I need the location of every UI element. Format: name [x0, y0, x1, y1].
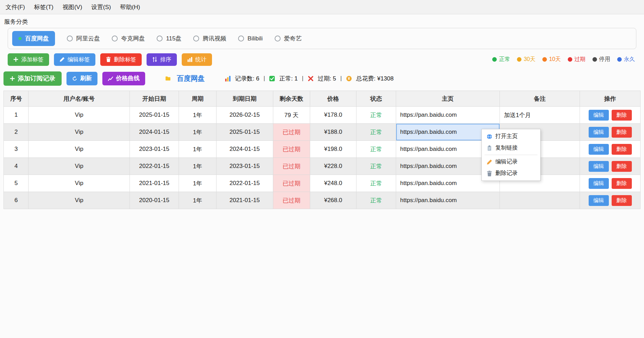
cell-no[interactable]: 2 — [4, 124, 29, 141]
tag-button-label: 统计 — [195, 56, 206, 63]
tag-button[interactable]: 排序 — [147, 53, 177, 66]
cell-status[interactable]: 正常 — [356, 192, 396, 209]
category-tab[interactable]: 115盘 — [157, 34, 181, 43]
context-menu-item[interactable]: 复制链接 — [482, 142, 540, 154]
cell-end-date[interactable]: 2021-01-15 — [216, 192, 273, 209]
menubar-item[interactable]: 帮助(H) — [120, 3, 140, 11]
legend-dot-icon — [568, 57, 572, 62]
status-legend: 正常30天10天过期停用永久 — [492, 56, 635, 63]
tag-button[interactable]: 统计 — [182, 53, 212, 66]
category-tab[interactable]: 阿里云盘 — [67, 34, 100, 43]
delete-button[interactable]: 删除 — [612, 127, 632, 138]
delete-button[interactable]: 删除 — [612, 161, 632, 172]
menubar-item[interactable]: 文件(F) — [6, 3, 25, 11]
cell-end-date[interactable]: 2022-01-15 — [216, 175, 273, 192]
cell-price[interactable]: ¥178.0 — [310, 107, 356, 124]
edit-button[interactable]: 编辑 — [589, 144, 609, 155]
cell-user[interactable]: Vip — [29, 175, 130, 192]
cell-homepage[interactable]: https://pan.baidu.com — [396, 192, 500, 209]
cell-price[interactable]: ¥228.0 — [310, 158, 356, 175]
cell-end-date[interactable]: 2025-01-15 — [216, 124, 273, 141]
cell-price[interactable]: ¥248.0 — [310, 175, 356, 192]
cell-price[interactable]: ¥268.0 — [310, 192, 356, 209]
cell-remaining-days[interactable]: 已过期 — [273, 192, 310, 209]
category-tab[interactable]: 夸克网盘 — [112, 34, 145, 43]
cell-start-date[interactable]: 2025-01-15 — [130, 107, 179, 124]
stats-separator: | — [302, 75, 303, 82]
cell-no[interactable]: 1 — [4, 107, 29, 124]
context-menu-item[interactable]: 删除记录 — [482, 168, 540, 179]
cell-price[interactable]: ¥188.0 — [310, 124, 356, 141]
context-menu-label: 打开主页 — [495, 133, 518, 140]
cell-period[interactable]: 1年 — [179, 124, 216, 141]
menubar-item[interactable]: 设置(S) — [91, 3, 111, 11]
cell-remaining-days[interactable]: 已过期 — [273, 124, 310, 141]
radio-icon — [238, 36, 244, 41]
category-tab[interactable]: 腾讯视频 — [193, 34, 226, 43]
edit-button[interactable]: 编辑 — [589, 110, 609, 121]
cell-period[interactable]: 1年 — [179, 192, 216, 209]
cell-start-date[interactable]: 2023-01-15 — [130, 141, 179, 158]
cell-status[interactable]: 正常 — [356, 158, 396, 175]
cell-user[interactable]: Vip — [29, 141, 130, 158]
delete-button[interactable]: 删除 — [612, 110, 632, 121]
cell-status[interactable]: 正常 — [356, 107, 396, 124]
cell-status[interactable]: 正常 — [356, 141, 396, 158]
price-curve-button[interactable]: 价格曲线 — [102, 72, 145, 85]
category-tab[interactable]: 爱奇艺 — [275, 34, 302, 43]
tag-button[interactable]: 删除标签 — [100, 53, 142, 66]
cell-no[interactable]: 6 — [4, 192, 29, 209]
cell-start-date[interactable]: 2020-01-15 — [130, 192, 179, 209]
cell-remaining-days[interactable]: 已过期 — [273, 175, 310, 192]
category-tab[interactable]: Bilibili — [238, 35, 262, 42]
cell-period[interactable]: 1年 — [179, 141, 216, 158]
edit-button[interactable]: 编辑 — [589, 195, 609, 206]
service-category-box: 百度网盘阿里云盘夸克网盘115盘腾讯视频Bilibili爱奇艺 — [8, 28, 636, 49]
cell-no[interactable]: 5 — [4, 175, 29, 192]
menubar-item[interactable]: 标签(T) — [34, 3, 54, 11]
stat-text: 记录数: 6 — [235, 75, 259, 83]
cell-no[interactable]: 4 — [4, 158, 29, 175]
cell-period[interactable]: 1年 — [179, 107, 216, 124]
cell-user[interactable]: Vip — [29, 158, 130, 175]
cell-period[interactable]: 1年 — [179, 175, 216, 192]
cell-user[interactable]: Vip — [29, 192, 130, 209]
cell-status[interactable]: 正常 — [356, 124, 396, 141]
cell-end-date[interactable]: 2026-02-15 — [216, 107, 273, 124]
cell-remaining-days[interactable]: 已过期 — [273, 158, 310, 175]
stats-separator: | — [340, 75, 342, 82]
delete-button[interactable]: 删除 — [612, 178, 632, 189]
legend-item: 30天 — [517, 56, 535, 63]
cell-remaining-days[interactable]: 已过期 — [273, 141, 310, 158]
cell-price[interactable]: ¥198.0 — [310, 141, 356, 158]
edit-button[interactable]: 编辑 — [589, 127, 609, 138]
edit-button[interactable]: 编辑 — [589, 178, 609, 189]
cell-note[interactable]: 加送1个月 — [500, 107, 580, 124]
tag-button[interactable]: 添加标签 — [8, 53, 49, 66]
cell-note[interactable] — [500, 192, 580, 209]
cell-status[interactable]: 正常 — [356, 175, 396, 192]
cell-period[interactable]: 1年 — [179, 158, 216, 175]
cell-end-date[interactable]: 2023-01-15 — [216, 158, 273, 175]
category-tab-selected[interactable]: 百度网盘 — [12, 31, 55, 46]
edit-button[interactable]: 编辑 — [589, 161, 609, 172]
cell-start-date[interactable]: 2022-01-15 — [130, 158, 179, 175]
tag-button[interactable]: 编辑标签 — [54, 53, 95, 66]
category-label: 爱奇艺 — [284, 34, 302, 43]
context-menu-item[interactable]: 打开主页 — [482, 131, 540, 142]
context-menu-item[interactable]: 编辑记录 — [482, 156, 540, 168]
cell-remaining-days[interactable]: 79 天 — [273, 107, 310, 124]
record-toolbar: 添加订阅记录 刷新 价格曲线 百度网盘 记录数: 6|正常: 1|过期: 5|¥… — [3, 71, 644, 86]
refresh-button[interactable]: 刷新 — [66, 72, 97, 85]
cell-start-date[interactable]: 2021-01-15 — [130, 175, 179, 192]
cell-user[interactable]: Vip — [29, 124, 130, 141]
cell-user[interactable]: Vip — [29, 107, 130, 124]
cell-start-date[interactable]: 2024-01-15 — [130, 124, 179, 141]
cell-end-date[interactable]: 2024-01-15 — [216, 141, 273, 158]
menubar-item[interactable]: 视图(V) — [62, 3, 82, 11]
delete-button[interactable]: 删除 — [612, 195, 632, 206]
cell-homepage[interactable]: https://pan.baidu.com — [396, 107, 500, 124]
add-record-button[interactable]: 添加订阅记录 — [3, 71, 62, 86]
cell-no[interactable]: 3 — [4, 141, 29, 158]
delete-button[interactable]: 删除 — [612, 144, 632, 155]
